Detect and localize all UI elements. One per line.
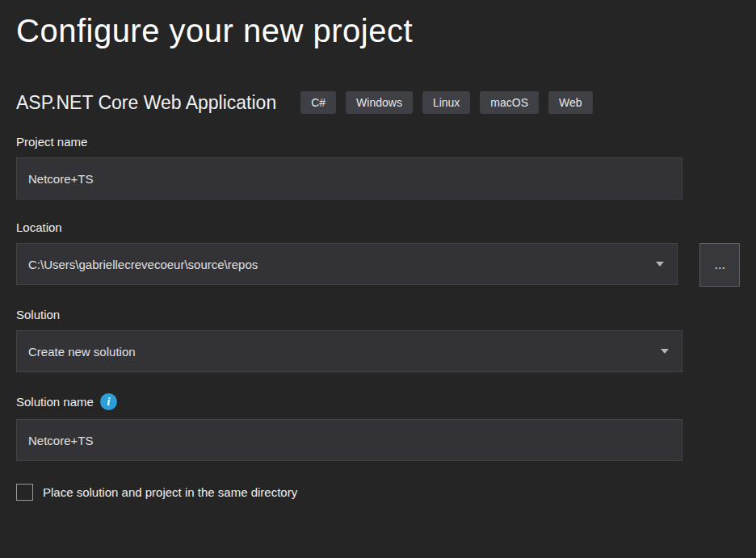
- location-row: C:\Users\gabriellecrevecoeur\source\repo…: [16, 243, 740, 287]
- tag-macos: macOS: [480, 91, 539, 114]
- chevron-down-icon[interactable]: [656, 262, 664, 266]
- info-icon[interactable]: i: [100, 393, 117, 410]
- solution-value: Create new solution: [28, 345, 136, 359]
- page-title: Configure your new project: [16, 13, 740, 49]
- same-directory-checkbox[interactable]: [16, 484, 33, 501]
- project-name-input[interactable]: [16, 157, 682, 199]
- project-name-label: Project name: [16, 135, 740, 149]
- solution-label: Solution: [16, 308, 740, 321]
- solution-name-label: Solution name i: [16, 393, 740, 410]
- location-combobox[interactable]: C:\Users\gabriellecrevecoeur\source\repo…: [16, 243, 678, 285]
- template-name: ASP.NET Core Web Application: [16, 92, 276, 114]
- tag-linux: Linux: [422, 91, 470, 114]
- solution-name-label-text: Solution name: [16, 395, 94, 409]
- location-label: Location: [16, 220, 740, 234]
- tag-web: Web: [548, 91, 593, 114]
- browse-button[interactable]: ...: [699, 243, 740, 287]
- same-directory-row: Place solution and project in the same d…: [16, 484, 740, 501]
- tag-csharp: C#: [300, 91, 336, 114]
- solution-name-input[interactable]: [16, 419, 682, 461]
- location-value: C:\Users\gabriellecrevecoeur\source\repo…: [28, 258, 258, 271]
- tag-windows: Windows: [346, 91, 413, 114]
- configure-project-dialog: Configure your new project ASP.NET Core …: [0, 0, 756, 558]
- same-directory-label: Place solution and project in the same d…: [43, 485, 297, 499]
- solution-combobox[interactable]: Create new solution: [16, 330, 682, 372]
- chevron-down-icon[interactable]: [661, 349, 669, 354]
- template-header: ASP.NET Core Web Application C# Windows …: [16, 91, 740, 114]
